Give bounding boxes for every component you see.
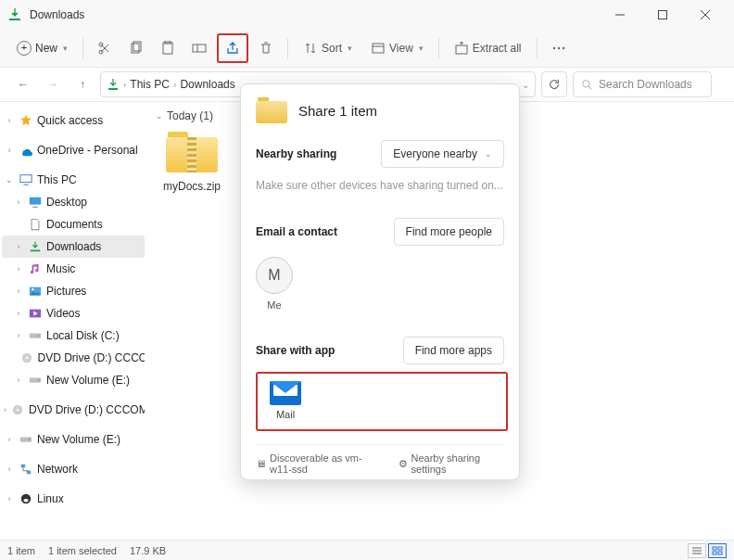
sidebar-item[interactable]: ›New Volume (E:) (2, 369, 145, 391)
sidebar-item[interactable]: ›Music (2, 258, 145, 280)
desktop-icon (28, 195, 43, 210)
nav-up-button[interactable]: ↑ (70, 72, 95, 96)
icons-view-button[interactable] (708, 543, 727, 558)
nearby-option-dropdown[interactable]: Everyone nearby ⌄ (381, 140, 504, 168)
close-button[interactable] (684, 0, 727, 30)
chevron-down-icon[interactable]: ⌄ (522, 80, 529, 90)
svg-rect-9 (456, 45, 467, 54)
chevron-down-icon: ▾ (348, 44, 352, 53)
find-more-people-button[interactable]: Find more people (394, 218, 504, 246)
star-icon (19, 113, 33, 128)
chevron-down-icon: ⌄ (485, 149, 492, 159)
search-placeholder: Search Downloads (599, 78, 692, 91)
expander-icon[interactable]: › (13, 264, 24, 274)
sidebar-item[interactable]: ›Network (2, 458, 145, 480)
sidebar-item[interactable]: ›Quick access (2, 109, 145, 132)
window-title: Downloads (30, 8, 84, 21)
expander-icon[interactable]: › (4, 435, 15, 444)
extract-all-button[interactable]: Extract all (447, 34, 529, 62)
find-more-apps-button[interactable]: Find more apps (403, 337, 504, 364)
nav-forward-button[interactable]: → (41, 72, 65, 96)
new-button[interactable]: + New ▾ (9, 34, 75, 62)
expander-icon[interactable]: › (13, 331, 24, 340)
expander-icon[interactable]: ⌄ (4, 175, 15, 185)
expander-icon[interactable]: › (4, 405, 6, 414)
breadcrumb-segment[interactable]: Downloads (180, 78, 234, 91)
view-toggle (688, 543, 727, 558)
sidebar-item-label: Music (46, 262, 75, 275)
more-button[interactable] (545, 34, 573, 62)
sidebar-item[interactable]: ›New Volume (E:) (2, 428, 145, 451)
zip-folder-icon (162, 128, 221, 176)
minimize-button[interactable] (599, 0, 641, 30)
sidebar-item[interactable]: ·DVD Drive (D:) CCCOMA_X (2, 347, 145, 369)
expander-icon[interactable]: › (13, 242, 24, 251)
breadcrumb-segment[interactable]: This PC (130, 78, 170, 91)
svg-rect-14 (20, 175, 32, 183)
sidebar-item[interactable]: ›Videos (2, 302, 145, 325)
search-input[interactable]: Search Downloads (573, 71, 712, 97)
sidebar-item-label: OneDrive - Personal (37, 144, 138, 157)
mail-app-tile[interactable]: Mail (265, 381, 306, 420)
pictures-icon (28, 284, 43, 299)
sidebar-item[interactable]: ›DVD Drive (D:) CCCOMA_X6 (2, 399, 145, 421)
sort-button[interactable]: Sort ▾ (296, 34, 360, 62)
sidebar-item[interactable]: ›OneDrive - Personal (2, 139, 145, 161)
expander-icon[interactable]: › (13, 286, 24, 296)
cut-button[interactable] (91, 34, 119, 62)
network-icon (19, 462, 33, 477)
contact-tile[interactable]: M Me (256, 257, 504, 311)
chevron-down-icon: ▾ (419, 44, 424, 53)
mail-app-highlight: Mail (256, 372, 508, 431)
sidebar-item[interactable]: ›Pictures (2, 280, 145, 302)
sidebar-item[interactable]: ›Desktop (2, 191, 145, 213)
refresh-button[interactable] (541, 71, 567, 97)
expander-icon[interactable]: › (4, 465, 15, 474)
maximize-button[interactable] (641, 0, 684, 30)
svg-rect-0 (659, 11, 667, 19)
sidebar-item[interactable]: ·Documents (2, 213, 145, 235)
delete-button[interactable] (252, 34, 280, 62)
sidebar-item-label: This PC (37, 173, 77, 186)
sidebar-item-label: Downloads (46, 240, 101, 253)
copy-button[interactable] (122, 34, 150, 62)
expander-icon[interactable]: › (4, 146, 15, 155)
file-item[interactable]: myDocs.zip (156, 128, 228, 193)
sidebar-item[interactable]: ›Downloads (2, 235, 145, 258)
sidebar-item-label: Videos (46, 307, 80, 320)
sidebar-item-label: Pictures (46, 285, 86, 298)
sidebar-item-label: Quick access (37, 114, 103, 127)
sidebar-item[interactable]: ⌄This PC (2, 169, 145, 191)
svg-rect-36 (718, 552, 722, 554)
music-icon (28, 261, 43, 276)
svg-point-11 (557, 47, 559, 49)
share-item-icon (256, 97, 287, 123)
sidebar-item[interactable]: ›Local Disk (C:) (2, 325, 145, 347)
expander-icon: · (13, 353, 16, 363)
file-name: myDocs.zip (156, 180, 228, 193)
rename-button[interactable] (185, 34, 213, 62)
expander-icon[interactable]: › (4, 494, 15, 503)
expander-icon[interactable]: › (13, 375, 24, 385)
status-selection: 1 item selected (48, 545, 117, 556)
expander-icon[interactable]: › (13, 309, 24, 318)
navigation-sidebar: ›Quick access›OneDrive - Personal⌄This P… (0, 102, 146, 540)
svg-rect-34 (718, 547, 722, 550)
email-contact-label: Email a contact (256, 225, 337, 238)
expander-icon[interactable]: › (4, 116, 15, 125)
nearby-option-value: Everyone nearby (393, 147, 477, 160)
svg-point-12 (562, 47, 563, 49)
discoverable-link[interactable]: 🖥 Discoverable as vm-w11-ssd (256, 452, 384, 475)
view-button[interactable]: View ▾ (363, 34, 431, 62)
share-button[interactable] (220, 36, 246, 60)
nav-back-button[interactable]: ← (11, 72, 35, 96)
details-view-button[interactable] (688, 543, 706, 558)
thispc-icon (19, 172, 33, 187)
discoverable-text: Discoverable as vm-w11-ssd (270, 452, 384, 475)
sidebar-item[interactable]: ›Linux (2, 488, 145, 510)
expander-icon[interactable]: › (13, 197, 24, 207)
status-count: 1 item (7, 545, 35, 556)
downloads-icon (107, 78, 120, 91)
paste-button[interactable] (154, 34, 182, 62)
nearby-settings-link[interactable]: ⚙ Nearby sharing settings (399, 452, 504, 475)
